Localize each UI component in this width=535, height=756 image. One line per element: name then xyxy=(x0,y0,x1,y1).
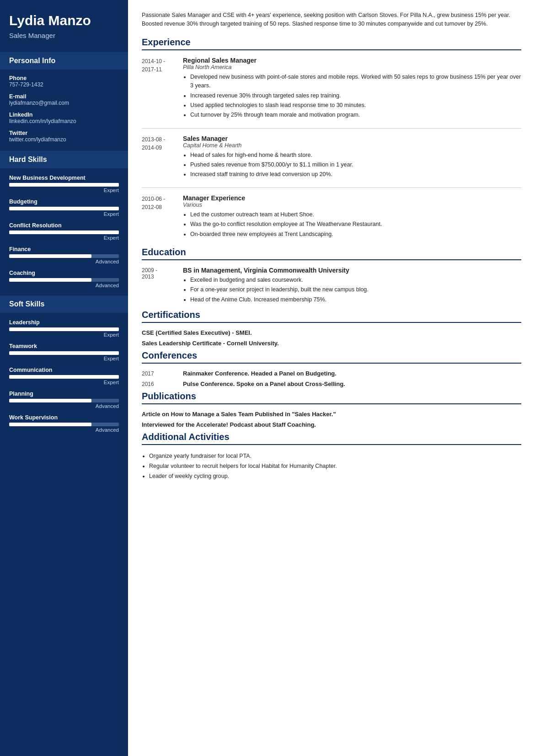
personal-phone: Phone 757-729-1432 xyxy=(0,73,128,91)
cert-item-1: Sales Leadership Certificate - Cornell U… xyxy=(142,340,521,347)
skill-conflict-resolution: Conflict Resolution Expert xyxy=(0,220,128,243)
education-item-0: 2009 -2013 BS in Management, Virginia Co… xyxy=(142,267,521,305)
activities-section-title: Additional Activities xyxy=(142,432,521,445)
personal-twitter: Twitter twitter.com/lydiafmanzo xyxy=(0,128,128,146)
edu-bullet-0-0: Excelled in budgeting and sales coursewo… xyxy=(190,276,521,284)
publications-section-title: Publications xyxy=(142,391,521,404)
cert-item-0: CSE (Certified Sales Executive) - SMEI. xyxy=(142,329,521,336)
experience-item-2: 2010-06 -2012-08 Manager Experience Vari… xyxy=(142,194,521,240)
pub-item-1: Interviewed for the Accelerate! Podcast … xyxy=(142,421,521,428)
personal-email: E-mail lydiafmanzo@gmail.com xyxy=(0,91,128,110)
education-section-title: Education xyxy=(142,247,521,260)
main-content: Passionate Sales Manager and CSE with 4+… xyxy=(128,0,535,756)
activities-list: Organize yearly fundraiser for local PTA… xyxy=(142,451,521,481)
exp-bullet-1-1: Pushed sales revenue from $750,000/yr to… xyxy=(190,161,521,169)
conf-year-0: 2017 xyxy=(142,370,183,377)
edu-degree-0: BS in Management, Virginia Commonwealth … xyxy=(183,267,521,274)
exp-bullet-1-2: Increased staff training to drive lead c… xyxy=(190,170,521,179)
exp-bullet-1-0: Head of sales for high-end home & hearth… xyxy=(190,151,521,160)
summary-text: Passionate Sales Manager and CSE with 4+… xyxy=(142,9,521,29)
activity-item-1: Regular volunteer to recruit helpers for… xyxy=(149,461,521,471)
exp-company-0: Pilla North America xyxy=(183,64,521,70)
sidebar: Lydia Manzo Sales Manager Personal Info … xyxy=(0,0,128,756)
sidebar-header: Lydia Manzo Sales Manager xyxy=(0,0,128,48)
skill-leadership: Leadership Expert xyxy=(0,316,128,340)
conf-text-0: Rainmaker Conference. Headed a Panel on … xyxy=(183,370,337,377)
skill-budgeting: Budgeting Expert xyxy=(0,196,128,220)
edu-dates-0: 2009 -2013 xyxy=(142,267,183,305)
conference-item-0: 2017 Rainmaker Conference. Headed a Pane… xyxy=(142,370,521,377)
exp-bullets-0: Developed new business with point-of-sal… xyxy=(183,73,521,120)
exp-company-1: Capital Home & Hearth xyxy=(183,142,521,149)
conf-text-1: Pulse Conference. Spoke on a Panel about… xyxy=(183,381,345,387)
exp-dates-1: 2013-08 -2014-09 xyxy=(142,135,183,180)
exp-bullet-0-1: Increased revenue 30% through targeted s… xyxy=(190,91,521,100)
exp-bullets-2: Led the customer outreach team at Hubert… xyxy=(183,210,521,239)
personal-info-heading: Personal Info xyxy=(0,52,128,70)
activity-item-0: Organize yearly fundraiser for local PTA… xyxy=(149,451,521,461)
candidate-name: Lydia Manzo xyxy=(9,13,119,29)
skill-teamwork: Teamwork Expert xyxy=(0,340,128,364)
exp-bullets-1: Head of sales for high-end home & hearth… xyxy=(183,151,521,179)
skill-communication: Communication Expert xyxy=(0,364,128,388)
edu-bullet-0-2: Head of the Anime Club. Increased member… xyxy=(190,295,521,304)
personal-linkedin: LinkedIn linkedin.com/in/lydiafmanzo xyxy=(0,110,128,128)
exp-title-0: Regional Sales Manager xyxy=(183,57,521,64)
edu-bullet-0-1: For a one-year senior project in leaders… xyxy=(190,285,521,294)
experience-section-title: Experience xyxy=(142,37,521,50)
soft-skills-heading: Soft Skills xyxy=(0,295,128,313)
experience-item-1: 2013-08 -2014-09 Sales Manager Capital H… xyxy=(142,135,521,180)
skill-planning: Planning Advanced xyxy=(0,388,128,412)
exp-company-2: Various xyxy=(183,202,521,208)
skill-finance: Finance Advanced xyxy=(0,243,128,267)
skill-new-business: New Business Development Expert xyxy=(0,172,128,196)
exp-title-2: Manager Experience xyxy=(183,194,521,202)
skill-coaching: Coaching Advanced xyxy=(0,267,128,291)
certifications-section-title: Certifications xyxy=(142,310,521,323)
skill-work-supervision: Work Supervision Advanced xyxy=(0,412,128,435)
exp-dates-0: 2014-10 -2017-11 xyxy=(142,57,183,121)
exp-bullet-2-2: On-boarded three new employees at Trent … xyxy=(190,230,521,239)
exp-bullet-0-0: Developed new business with point-of-sal… xyxy=(190,73,521,91)
exp-dates-2: 2010-06 -2012-08 xyxy=(142,194,183,240)
exp-title-1: Sales Manager xyxy=(183,135,521,142)
conferences-section-title: Conferences xyxy=(142,350,521,364)
experience-item-0: 2014-10 -2017-11 Regional Sales Manager … xyxy=(142,57,521,121)
exp-bullet-2-1: Was the go-to conflict resolution employ… xyxy=(190,220,521,229)
exp-bullet-0-3: Cut turnover by 25% through team morale … xyxy=(190,111,521,119)
hard-skills-heading: Hard Skills xyxy=(0,151,128,168)
activity-item-2: Leader of weekly cycling group. xyxy=(149,472,521,481)
exp-bullet-0-2: Used applied technologies to slash lead … xyxy=(190,101,521,110)
conf-year-1: 2016 xyxy=(142,381,183,387)
candidate-title: Sales Manager xyxy=(9,32,119,39)
conference-item-1: 2016 Pulse Conference. Spoke on a Panel … xyxy=(142,381,521,387)
exp-bullet-2-0: Led the customer outreach team at Hubert… xyxy=(190,210,521,219)
edu-bullets-0: Excelled in budgeting and sales coursewo… xyxy=(183,276,521,304)
pub-item-0: Article on How to Manage a Sales Team Pu… xyxy=(142,411,521,418)
